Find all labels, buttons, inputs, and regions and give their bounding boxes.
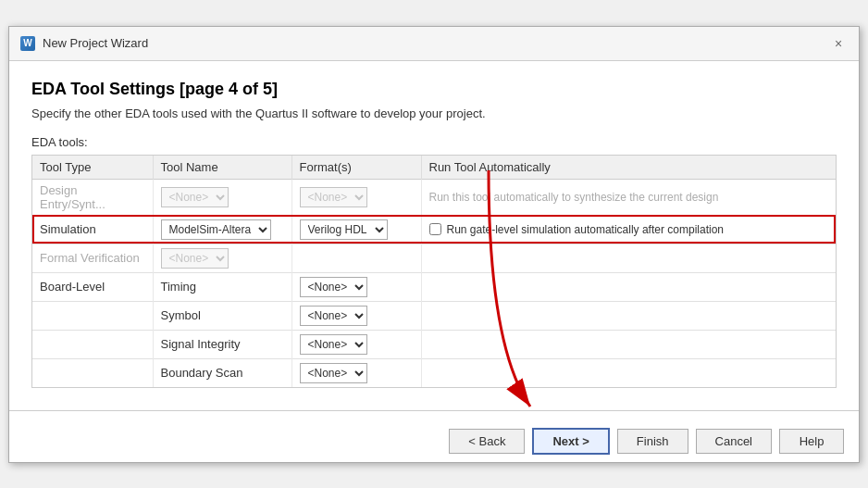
dialog-footer: < Back Next > Finish Cancel Help [9,420,859,462]
symbol-format-cell[interactable]: <None> [291,301,421,330]
page-description: Specify the other EDA tools used with th… [31,106,837,120]
timing-format-select[interactable]: <None> [300,277,367,297]
close-button[interactable]: × [829,34,848,53]
title-bar-text: New Project Wizard [43,36,148,50]
col-header-type: Tool Type [32,156,153,180]
board-level-type: Board-Level [32,272,153,301]
timing-run-cell [421,272,836,301]
footer-separator [9,410,859,411]
simulation-name-select[interactable]: <None> ModelSim-Altera ModelSim [161,219,271,240]
timing-format-cell[interactable]: <None> [291,272,421,301]
simulation-run-text: Run gate-level simulation automatically … [447,223,724,236]
simulation-run-cell: Run gate-level simulation automatically … [421,215,836,244]
design-entry-format-select: <None> [300,187,367,207]
finish-button[interactable]: Finish [617,429,688,454]
row-format-cell: <None> [291,179,421,215]
symbol-type-cell [32,301,153,330]
eda-tools-table: Tool Type Tool Name Format(s) Run Tool A… [31,155,837,388]
table-row: Design Entry/Synt... <None> < [32,179,836,215]
boundary-run-cell [421,358,836,387]
col-header-format: Format(s) [291,156,421,180]
dialog-window: W New Project Wizard × EDA Tool Settings… [8,26,860,463]
formal-name-cell: <None> [153,244,291,272]
formal-name-select: <None> [161,248,229,269]
title-bar-left: W New Project Wizard [20,36,148,51]
title-bar: W New Project Wizard × [9,27,859,61]
simulation-run-checkbox[interactable] [429,223,441,235]
cancel-button[interactable]: Cancel [696,429,772,454]
signal-run-cell [421,330,836,358]
simulation-format-select[interactable]: <None> Verilog HDL VHDL [300,219,388,240]
wizard-icon: W [20,36,35,51]
simulation-name-cell[interactable]: <None> ModelSim-Altera ModelSim [153,215,291,244]
signal-label: Signal Integrity [153,330,291,358]
formal-type: Formal Verification [32,244,153,272]
signal-format-select[interactable]: <None> [300,334,367,355]
formal-run-cell [421,244,836,272]
boundary-format-select[interactable]: <None> [300,363,367,383]
section-label: EDA tools: [31,135,837,149]
simulation-format-cell[interactable]: <None> Verilog HDL VHDL [291,215,421,244]
table-header-row: Tool Type Tool Name Format(s) Run Tool A… [32,156,836,180]
table-row-timing: Board-Level Timing <None> [32,272,836,301]
symbol-label: Symbol [153,301,291,330]
next-button[interactable]: Next > [532,428,609,455]
simulation-type: Simulation [32,215,153,244]
table-row-simulation: Simulation <None> ModelSim-Altera ModelS… [32,215,836,244]
table-row-symbol: Symbol <None> [32,301,836,330]
formal-format-cell [291,244,421,272]
symbol-format-select[interactable]: <None> [300,306,367,326]
design-entry-run-text: Run this tool automatically to synthesiz… [429,191,719,204]
boundary-format-cell[interactable]: <None> [291,358,421,387]
boundary-type-cell [32,358,153,387]
table-row-boundary: Boundary Scan <None> [32,358,836,387]
signal-type-cell [32,330,153,358]
table-row-signal: Signal Integrity <None> [32,330,836,358]
signal-format-cell[interactable]: <None> [291,330,421,358]
table-row-formal: Formal Verification <None> [32,244,836,272]
back-button[interactable]: < Back [449,429,525,454]
col-header-name: Tool Name [153,156,291,180]
symbol-run-cell [421,301,836,330]
design-entry-name-select: <None> [161,187,229,207]
timing-label: Timing [153,272,291,301]
row-type: Design Entry/Synt... [32,179,153,215]
col-header-run: Run Tool Automatically [421,156,836,180]
help-button[interactable]: Help [779,429,844,454]
page-title: EDA Tool Settings [page 4 of 5] [31,80,837,99]
boundary-label: Boundary Scan [153,358,291,387]
dialog-content: EDA Tool Settings [page 4 of 5] Specify … [9,61,859,410]
row-name-cell[interactable]: <None> [153,179,291,215]
row-run-cell: Run this tool automatically to synthesiz… [421,179,836,215]
